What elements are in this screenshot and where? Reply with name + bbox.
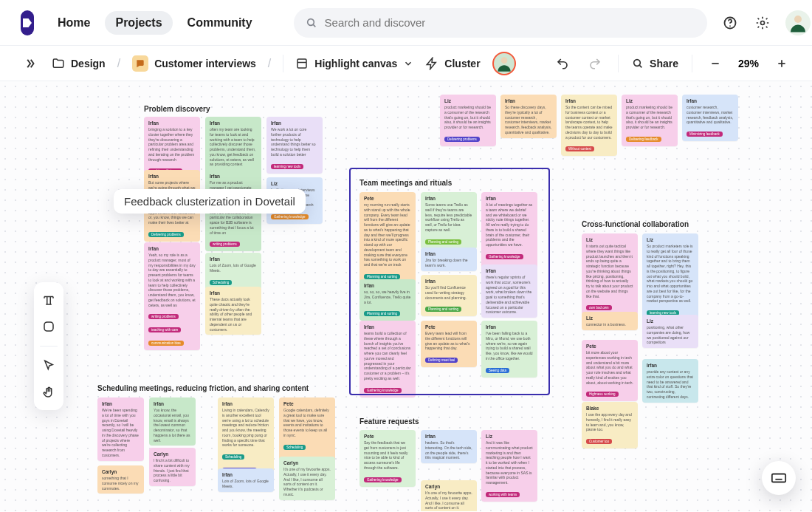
card[interactable]: IrfanSome teams use Trello as well if th… bbox=[421, 192, 477, 249]
presence-avatar[interactable] bbox=[492, 52, 516, 75]
card[interactable]: IrfanSo these discovery days, they're ty… bbox=[500, 95, 557, 138]
card[interactable]: BlakeI use the app every day and honestl… bbox=[582, 402, 638, 448]
card[interactable]: IrfanWe work a lot on core further produ… bbox=[266, 117, 323, 174]
expand-icon[interactable] bbox=[21, 54, 40, 73]
card-author: Irfan bbox=[486, 196, 533, 201]
canvas[interactable]: Feedback clusterization in Dovetail Prob… bbox=[0, 81, 812, 511]
card[interactable]: IrfanThese docs actually look quite chao… bbox=[205, 287, 261, 335]
card[interactable]: Lizpositioning, what other companies are… bbox=[642, 315, 698, 348]
breadcrumb-sep: / bbox=[268, 57, 271, 70]
card-author: Liz bbox=[586, 237, 633, 242]
search-bar[interactable] bbox=[294, 8, 707, 38]
card[interactable]: PeteSay the feedback that we get from cu… bbox=[359, 430, 416, 487]
card-tag: Without context bbox=[565, 146, 594, 151]
shape-tool[interactable] bbox=[37, 315, 61, 338]
card[interactable]: Lizproduct marketing should be a consume… bbox=[440, 95, 496, 146]
nav-projects[interactable]: Projects bbox=[105, 11, 172, 35]
card-body: Living in calendars, Calendly is another… bbox=[222, 408, 269, 448]
card[interactable]: LizIt starts out quite tactical where th… bbox=[582, 233, 638, 315]
section-problem-discovery: Problem discovery bbox=[144, 105, 210, 113]
card[interactable]: Irfanprovide any context or any extra co… bbox=[642, 359, 698, 403]
canvas-icon bbox=[295, 57, 309, 70]
card-body: there's regular sprints of work that occ… bbox=[486, 275, 533, 315]
user-avatar[interactable] bbox=[785, 10, 811, 35]
card[interactable]: IrfanWe've been spending a lot of time w… bbox=[97, 397, 144, 461]
card-tag: Scheduling bbox=[222, 454, 244, 460]
card[interactable]: IrfanJira for breaking down the team's w… bbox=[421, 248, 477, 271]
card[interactable]: Irfancustomer research, customer intervi… bbox=[682, 95, 738, 141]
card-tag: writing problems bbox=[148, 314, 179, 319]
nav-community[interactable]: Community bbox=[177, 11, 263, 35]
svg-rect-14 bbox=[44, 322, 53, 331]
card[interactable]: Petebit more about your experiences work… bbox=[582, 340, 638, 401]
card-tag: writing problems bbox=[210, 242, 240, 247]
keyboard-fab[interactable] bbox=[762, 461, 796, 495]
card[interactable]: PeteEvery team lead will from the differ… bbox=[421, 321, 477, 367]
card[interactable]: Irfanteams build a collection of these w… bbox=[359, 321, 416, 397]
card-author: Irfan bbox=[102, 401, 140, 406]
card-body: Yeah, so my role is as a product manager… bbox=[148, 253, 196, 307]
card[interactable]: IrfanYeah, so my role is as a product ma… bbox=[144, 242, 200, 350]
card-body: customer research, customer interviews, … bbox=[687, 105, 734, 125]
card[interactable]: CarlynI find it a bit difficult to share… bbox=[149, 448, 196, 486]
search-input[interactable] bbox=[325, 16, 695, 29]
card[interactable]: Irfanbringing a solution to a key cluste… bbox=[144, 117, 200, 178]
card[interactable]: Carlynsomething that I consume nicely on… bbox=[97, 465, 144, 494]
card-body: Lots of Zoom, lots of Google Meets. bbox=[222, 479, 269, 489]
card[interactable]: Irfanso, so, so, we heavily live in Jira… bbox=[359, 279, 416, 321]
card[interactable]: Lizconnector in a business. bbox=[582, 312, 638, 330]
card-author: Irfan bbox=[425, 434, 472, 439]
share-label: Share bbox=[650, 58, 678, 69]
card[interactable]: Irfanthere's regular sprints of work tha… bbox=[481, 264, 537, 318]
card-tag: Gathering knowledge bbox=[271, 214, 309, 219]
card[interactable]: IrfanLots of Zoom, lots of Google Meets.… bbox=[205, 253, 261, 290]
card-author: Pete bbox=[283, 401, 331, 406]
card[interactable]: Petemy morning run really starts with st… bbox=[359, 192, 416, 284]
card[interactable]: Lizproduct marketing should be a consume… bbox=[622, 95, 678, 146]
card-body: So you'll find Confluence used for writi… bbox=[425, 285, 472, 300]
zoom-in-icon[interactable] bbox=[772, 54, 791, 73]
card[interactable]: CarlynIt's one of my favourite apps. Act… bbox=[421, 480, 477, 511]
card[interactable]: Irfanhackers. So that's interesting. On … bbox=[421, 430, 477, 463]
breadcrumb-project[interactable]: Customer interviews bbox=[132, 55, 256, 72]
pointer-tool[interactable] bbox=[37, 354, 61, 378]
breadcrumb-design[interactable]: Design bbox=[52, 57, 106, 70]
card[interactable]: IrfanLots of Zoom, lots of Google Meets. bbox=[218, 468, 274, 492]
settings-icon[interactable] bbox=[753, 13, 772, 33]
card[interactable]: CarlynIt's one of my favourite apps. Act… bbox=[279, 457, 335, 500]
logo[interactable] bbox=[21, 10, 34, 35]
undo-icon[interactable] bbox=[553, 54, 572, 73]
card-author: Liz bbox=[647, 237, 694, 242]
card[interactable]: IrfanSo you'll find Confluence used for … bbox=[421, 275, 477, 316]
text-tool[interactable] bbox=[37, 288, 61, 312]
card-tag: Gathering knowledge bbox=[364, 477, 402, 482]
card[interactable]: IrfanYou know, the occasional email, you… bbox=[149, 397, 196, 446]
card-body: hackers. So that's interesting. On the t… bbox=[425, 440, 472, 460]
card[interactable]: IrfanSo the content can be mixed for bus… bbox=[561, 95, 617, 156]
card-tag: Customer too bbox=[586, 439, 612, 444]
zoom-out-icon[interactable] bbox=[706, 54, 725, 73]
card-body: We work a lot on core further products o… bbox=[271, 127, 318, 157]
card[interactable]: IrfanLiving in calendars, Calendly is an… bbox=[218, 397, 274, 477]
card-tag: Planning and sorting bbox=[425, 307, 461, 312]
card[interactable]: LizSo product marketers role is to reall… bbox=[642, 233, 698, 320]
svg-point-8 bbox=[500, 57, 507, 64]
section-crossfunc: Cross-functional collaboration bbox=[582, 220, 689, 228]
redo-icon[interactable] bbox=[585, 54, 605, 73]
svg-point-5 bbox=[794, 16, 802, 23]
hand-tool[interactable] bbox=[37, 380, 61, 404]
help-icon[interactable] bbox=[720, 13, 740, 33]
card-tag: own bad own bbox=[586, 305, 612, 310]
card-body: You know, the occasional email, you know… bbox=[154, 408, 191, 443]
card-body: so, so, so, we heavily live in Jira, Con… bbox=[364, 290, 411, 304]
card[interactable]: LizAnd it was like communicating what pr… bbox=[481, 430, 537, 502]
nav-home[interactable]: Home bbox=[47, 11, 100, 35]
card-tag: Delivering problems bbox=[148, 232, 184, 237]
card[interactable]: IrfanI've been falling back to a Miro, o… bbox=[481, 321, 537, 378]
breadcrumb-canvas[interactable]: Highlight canvas bbox=[295, 57, 413, 70]
card-body: provide any context or any extra color o… bbox=[647, 369, 694, 400]
cluster-button[interactable]: Cluster bbox=[425, 57, 480, 70]
card-body: bringing a solution to a key cluster tog… bbox=[148, 127, 196, 162]
share-button[interactable]: Share bbox=[632, 58, 678, 69]
card-body: I find it a bit difficult to share conte… bbox=[154, 458, 191, 483]
